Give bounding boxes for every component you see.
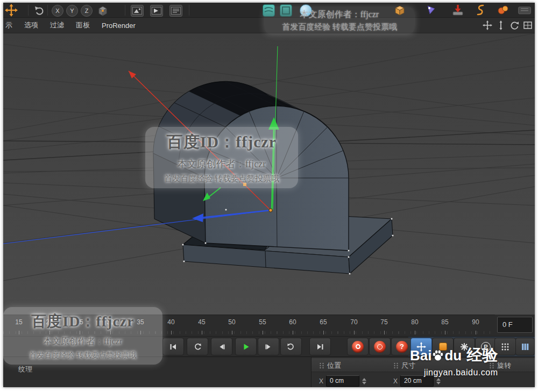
pan-icon[interactable] bbox=[482, 19, 493, 31]
viewport-menubar: 示 选项 过滤 面板 ProRender bbox=[3, 18, 535, 33]
baidu-paw-icon bbox=[433, 350, 443, 361]
ruler-tick: 75 bbox=[374, 318, 394, 326]
clipped-icon[interactable] bbox=[518, 3, 532, 17]
autokey-button[interactable] bbox=[369, 338, 391, 355]
render-view-icon[interactable] bbox=[130, 3, 144, 17]
viewport-canvas bbox=[3, 33, 535, 315]
menu-item-display[interactable]: 示 bbox=[3, 18, 18, 33]
play-button[interactable] bbox=[235, 338, 257, 355]
brand-prefix: Bai bbox=[410, 347, 431, 364]
current-frame-value: 0 F bbox=[502, 320, 513, 329]
record-button[interactable] bbox=[347, 338, 369, 355]
ruler-tick: 40 bbox=[161, 318, 181, 326]
render-picture-viewer-icon[interactable] bbox=[150, 3, 164, 17]
texture-tab[interactable]: 纹理 bbox=[15, 364, 36, 375]
toggle-view-icon[interactable] bbox=[522, 19, 534, 31]
header-position-label: 位置 bbox=[327, 361, 341, 370]
app-window: X Y Z bbox=[3, 3, 535, 387]
menu-item-filter[interactable]: 过滤 bbox=[44, 18, 70, 33]
brand-product: 经验 bbox=[466, 345, 498, 366]
brand-suffix: du bbox=[444, 347, 462, 364]
deformer-icon[interactable] bbox=[261, 3, 275, 17]
ruler-tick: 45 bbox=[192, 318, 211, 326]
top-toolbar: X Y Z bbox=[3, 3, 535, 18]
viewport-3d[interactable]: 网格间距 : 100 cm bbox=[3, 33, 535, 315]
size-x-value: 20 cm bbox=[404, 377, 422, 384]
ruler-tick: 50 bbox=[222, 318, 242, 326]
help-label: ? bbox=[400, 343, 404, 351]
help-button[interactable]: ? bbox=[391, 338, 413, 355]
lock-x-label: X bbox=[55, 8, 59, 14]
material-panel: 纹理 bbox=[3, 357, 311, 387]
screenshot-frame: X Y Z bbox=[0, 0, 538, 392]
render-settings-icon[interactable] bbox=[169, 3, 183, 17]
position-x-stepper[interactable] bbox=[362, 378, 366, 384]
lock-z-icon[interactable]: Z bbox=[80, 3, 94, 17]
ruler-tick: 65 bbox=[314, 318, 333, 326]
position-x-input[interactable]: 0 cm bbox=[326, 375, 359, 387]
lock-y-icon[interactable]: Y bbox=[65, 3, 79, 17]
lock-x-icon[interactable]: X bbox=[51, 3, 65, 17]
spline-s-icon[interactable] bbox=[473, 3, 487, 17]
undo-icon[interactable] bbox=[32, 3, 46, 17]
timeline-ruler[interactable]: 15 20 25 30 35 40 45 50 55 60 65 70 75 8… bbox=[3, 315, 495, 336]
ruler-tick: 55 bbox=[253, 318, 272, 326]
ruler-tick: 15 bbox=[9, 318, 29, 326]
header-position[interactable]: 位置 bbox=[319, 361, 341, 370]
goto-start-button[interactable] bbox=[162, 338, 184, 355]
ruler-tick: 60 bbox=[283, 318, 302, 326]
lock-z-label: Z bbox=[85, 8, 89, 14]
ruler-tick: 35 bbox=[131, 318, 150, 326]
sky-icon[interactable] bbox=[299, 3, 313, 17]
move-tool-icon[interactable] bbox=[4, 3, 18, 17]
ruler-tick: 85 bbox=[435, 318, 455, 326]
ruler-tick: 20 bbox=[40, 318, 59, 326]
viewport-nav-controls bbox=[482, 19, 534, 31]
ruler-minor-ticks bbox=[3, 331, 495, 334]
baidu-jingyan-logo: Bai du 经验 jingyan.baidu.com bbox=[410, 345, 498, 377]
drag-handle-icon bbox=[393, 362, 399, 369]
drag-handle-icon bbox=[319, 362, 324, 369]
coord-system-icon[interactable] bbox=[96, 3, 110, 17]
axis-handle[interactable] bbox=[243, 183, 246, 186]
zoom-icon[interactable] bbox=[495, 19, 507, 31]
position-x-axis-label: X bbox=[319, 377, 323, 385]
ruler-tick: 90 bbox=[466, 318, 485, 326]
menu-item-options[interactable]: 选项 bbox=[18, 18, 44, 33]
lock-y-label: Y bbox=[70, 8, 74, 14]
step-back-button[interactable] bbox=[211, 338, 232, 355]
step-forward-button[interactable] bbox=[258, 338, 279, 355]
mograph-icon[interactable] bbox=[496, 3, 510, 17]
play-backward-button[interactable] bbox=[187, 338, 208, 355]
goto-end-button[interactable] bbox=[309, 338, 331, 355]
size-x-axis-label: X bbox=[393, 377, 398, 385]
header-rotation-label: 旋转 bbox=[497, 361, 511, 370]
loop-button[interactable] bbox=[280, 338, 302, 355]
cube-primitive-icon[interactable] bbox=[393, 3, 407, 17]
size-x-stepper[interactable] bbox=[436, 378, 441, 384]
brand-url: jingyan.baidu.com bbox=[424, 368, 498, 377]
ruler-tick: 25 bbox=[70, 318, 89, 326]
ruler-tick: 80 bbox=[405, 318, 424, 326]
ruler-tick: 70 bbox=[344, 318, 364, 326]
menu-item-panel[interactable]: 面板 bbox=[70, 18, 96, 33]
rotate-icon[interactable] bbox=[508, 19, 520, 31]
modifier-icon[interactable] bbox=[451, 3, 465, 17]
axis-origin[interactable] bbox=[269, 209, 272, 212]
position-x-value: 0 cm bbox=[330, 377, 344, 384]
deformer-2-icon[interactable] bbox=[279, 3, 293, 17]
current-frame-field[interactable]: 0 F bbox=[497, 317, 533, 333]
position-x-field: X 0 cm bbox=[319, 375, 366, 387]
ruler-tick: 30 bbox=[101, 318, 120, 326]
layout-button[interactable] bbox=[515, 338, 535, 355]
spline-pen-icon[interactable] bbox=[424, 3, 438, 17]
menu-item-prorender[interactable]: ProRender bbox=[96, 19, 141, 32]
